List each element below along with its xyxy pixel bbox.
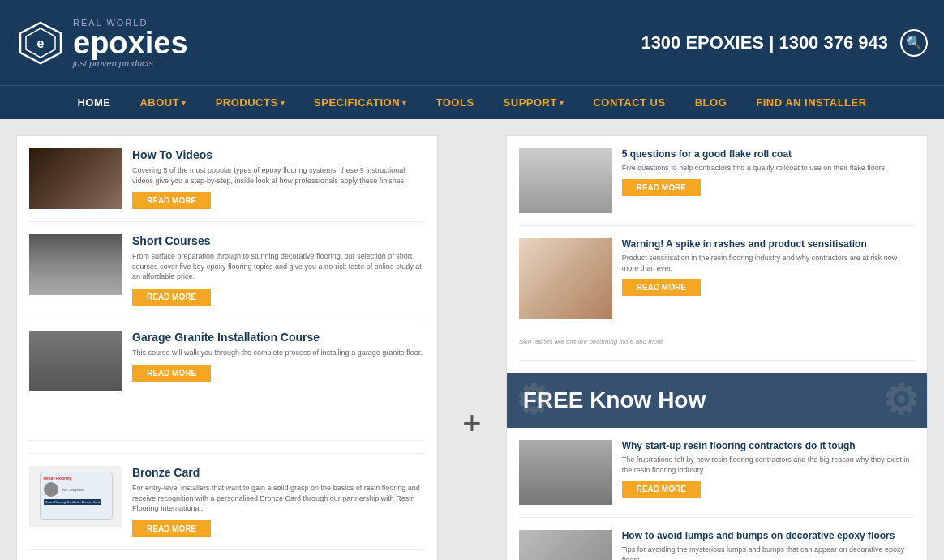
- how-to-videos-content: How To Videos Covering 5 of the most pop…: [132, 148, 425, 209]
- bronze-card-btn[interactable]: READ MORE: [132, 520, 211, 537]
- nav-products[interactable]: PRODUCTS ▾: [201, 96, 299, 109]
- search-button[interactable]: 🔍: [900, 29, 928, 57]
- how-to-videos-image: [29, 148, 122, 209]
- short-courses-desc: From surface preparation through to stun…: [132, 251, 425, 282]
- list-item: Why start-up resin flooring contractors …: [519, 440, 915, 518]
- startup-title: Why start-up resin flooring contractors …: [622, 440, 915, 451]
- startup-btn[interactable]: READ MORE: [622, 481, 701, 498]
- nav-home[interactable]: HOME: [62, 96, 125, 109]
- nav-blog[interactable]: BLOG: [680, 96, 742, 109]
- header: e REAL WORLD epoxies just proven product…: [0, 0, 944, 85]
- lumps-content: How to avoid lumps and bumps on decorati…: [622, 530, 915, 560]
- short-courses-image: [29, 234, 122, 295]
- list-item: Garage Granite Installation Course This …: [29, 331, 425, 441]
- bronze-card-title: Bronze Card: [132, 466, 425, 479]
- lumps-image: [519, 530, 612, 560]
- garage-content: Garage Granite Installation Course This …: [132, 331, 425, 391]
- rashes-note: Skin rashes like this are becoming more …: [519, 338, 663, 345]
- plus-sign: +: [454, 405, 489, 442]
- garage-desc: This course will walk you through the co…: [132, 348, 425, 358]
- gear-icon-right: ⚙: [882, 377, 919, 424]
- nav-specification[interactable]: SPECIFICATION ▾: [299, 96, 421, 109]
- main-nav: HOME ABOUT ▾ PRODUCTS ▾ SPECIFICATION ▾ …: [0, 85, 944, 119]
- how-to-videos-btn[interactable]: READ MORE: [132, 192, 211, 209]
- rashes-content: Warning! A spike in rashes and product s…: [622, 238, 915, 319]
- free-know-how-banner: ⚙ ⚙ FREE Know How: [507, 373, 927, 428]
- list-item: How to avoid lumps and bumps on decorati…: [519, 530, 915, 560]
- garage-title: Garage Granite Installation Course: [132, 331, 425, 344]
- logo-icon: e: [16, 19, 65, 67]
- rashes-btn[interactable]: READ MORE: [622, 279, 701, 296]
- header-right: 1300 EPOXIES | 1300 376 943 🔍: [641, 29, 928, 57]
- right-panel: 5 questions for a good flake roll coat F…: [506, 135, 928, 560]
- list-item: How To Videos Covering 5 of the most pop…: [29, 148, 425, 222]
- nav-contact-us[interactable]: CONTACT US: [578, 96, 680, 109]
- nav-find-installer[interactable]: FIND AN INSTALLER: [741, 96, 881, 109]
- phone-number: 1300 EPOXIES | 1300 376 943: [641, 32, 888, 53]
- main-content: How To Videos Covering 5 of the most pop…: [0, 119, 944, 560]
- list-item: Short Courses From surface preparation t…: [29, 234, 425, 318]
- rashes-desc: Product sensitisation in the resin floor…: [622, 253, 915, 273]
- bronze-card-image: Resin Flooring Jack Josephsen Resin Floo…: [29, 466, 122, 527]
- flake-roll-content: 5 questions for a good flake roll coat F…: [622, 148, 915, 213]
- garage-btn[interactable]: READ MORE: [132, 365, 211, 382]
- flake-roll-btn[interactable]: READ MORE: [622, 179, 701, 196]
- short-courses-btn[interactable]: READ MORE: [132, 289, 211, 306]
- rashes-image: [519, 238, 612, 319]
- logo-epoxies: epoxies: [73, 28, 188, 58]
- flake-roll-image: [519, 148, 612, 213]
- logo-text: REAL WORLD epoxies just proven products: [73, 18, 188, 68]
- how-to-videos-desc: Covering 5 of the most popular types of …: [132, 165, 425, 186]
- lumps-title: How to avoid lumps and bumps on decorati…: [622, 530, 915, 541]
- svg-text:e: e: [37, 36, 45, 50]
- bronze-card-content: Bronze Card For entry-level installers t…: [132, 466, 425, 537]
- how-to-videos-title: How To Videos: [132, 148, 425, 161]
- short-courses-content: Short Courses From surface preparation t…: [132, 234, 425, 306]
- lumps-desc: Tips for avoiding the mysterious lumps a…: [622, 545, 915, 560]
- startup-image: [519, 440, 612, 505]
- left-panel: How To Videos Covering 5 of the most pop…: [16, 135, 438, 560]
- gear-icon: ⚙: [515, 377, 551, 424]
- list-item: Warning! A spike in rashes and product s…: [519, 238, 915, 361]
- nav-support[interactable]: SUPPORT ▾: [489, 96, 579, 109]
- garage-image: [29, 331, 122, 391]
- rashes-title: Warning! A spike in rashes and product s…: [622, 238, 915, 250]
- nav-about[interactable]: ABOUT ▾: [125, 96, 200, 109]
- logo-area: e REAL WORLD epoxies just proven product…: [16, 18, 188, 68]
- list-item: 5 questions for a good flake roll coat F…: [519, 148, 915, 226]
- startup-content: Why start-up resin flooring contractors …: [622, 440, 915, 505]
- startup-desc: The frustrations felt by new resin floor…: [622, 455, 915, 475]
- list-item: Resin Flooring Jack Josephsen Resin Floo…: [29, 466, 425, 550]
- flake-roll-title: 5 questions for a good flake roll coat: [622, 148, 915, 160]
- nav-tools[interactable]: TOOLS: [422, 96, 489, 109]
- bronze-card-desc: For entry-level installers that want to …: [132, 483, 425, 514]
- flake-roll-desc: Five questions to help contractors find …: [622, 163, 915, 173]
- short-courses-title: Short Courses: [132, 234, 425, 247]
